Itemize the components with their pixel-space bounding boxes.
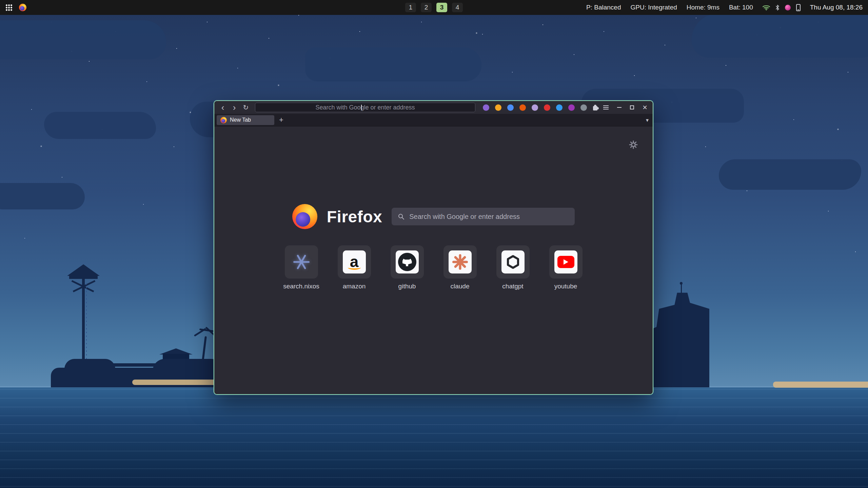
tab-overflow-chevron-icon[interactable]: ▾ (646, 117, 649, 123)
shortcut-claude[interactable]: claude (441, 245, 479, 290)
gpu-status: GPU: Integrated (630, 4, 677, 11)
text-caret (361, 105, 362, 110)
shortcut-github[interactable]: github (389, 245, 426, 290)
status-bar: 1 2 3 4 P: Balanced GPU: Integrated Home… (0, 0, 868, 15)
extension-icon-1[interactable] (483, 104, 489, 111)
browser-toolbar: ‹ › ↻ Search with Google or enter addres… (214, 101, 653, 114)
tab-new-tab[interactable]: New Tab (217, 115, 274, 125)
shortcut-tiles: search.nixos a amazon (214, 245, 653, 290)
extension-icon-4[interactable] (519, 104, 526, 111)
system-tray (763, 4, 801, 11)
firefox-logo (292, 204, 317, 229)
cloud (44, 112, 156, 139)
search-icon (398, 213, 405, 220)
wifi-icon[interactable] (763, 5, 770, 11)
shortcut-card (391, 245, 424, 279)
github-icon (396, 250, 419, 273)
cliff-rock (645, 287, 709, 387)
power-profile-status: P: Balanced (586, 4, 621, 11)
menu-hamburger-icon[interactable] (601, 103, 611, 112)
tab-bar: New Tab + ▾ (214, 114, 653, 126)
amazon-icon: a (343, 250, 366, 273)
cloud (0, 20, 166, 59)
extension-icon-5[interactable] (532, 104, 538, 111)
ocean-waves (0, 389, 868, 488)
island-watchtower: 3K (51, 264, 227, 387)
forward-button[interactable]: › (229, 102, 239, 113)
extension-icon-3[interactable] (507, 104, 514, 111)
shortcut-card: a (338, 245, 371, 279)
cliff (645, 287, 709, 387)
cliff-antenna (681, 284, 682, 293)
workspaces: 1 2 3 4 (405, 3, 463, 12)
desktop: 3K 1 2 3 4 P: Ba (0, 0, 868, 488)
newtab-search-placeholder: Search with Google or enter address (409, 213, 520, 221)
shortcut-label: claude (451, 283, 470, 290)
shortcut-chatgpt[interactable]: chatgpt (494, 245, 532, 290)
app-launcher-icon[interactable] (5, 4, 12, 11)
beach-sand (773, 382, 868, 388)
shortcut-label: amazon (343, 283, 366, 290)
statusbar-right: P: Balanced GPU: Integrated Home: 9ms Ba… (586, 4, 863, 11)
minimize-button[interactable] (615, 103, 624, 112)
shortcut-youtube[interactable]: youtube (547, 245, 585, 290)
firefox-wordmark: Firefox (327, 207, 382, 226)
extension-icon-2[interactable] (495, 104, 501, 111)
cloud (719, 159, 861, 190)
shortcut-label: github (398, 283, 416, 290)
island-rocks (64, 359, 115, 374)
tab-title: New Tab (230, 117, 251, 123)
clock: Thu Aug 08, 18:26 (810, 4, 863, 11)
newtab-hero: Firefox Search with Google or enter addr… (214, 204, 653, 229)
urlbar-placeholder: Search with Google or enter address (315, 104, 415, 111)
extension-toolbar (483, 104, 587, 111)
new-tab-page: Firefox Search with Google or enter addr… (214, 127, 653, 394)
shortcut-label: chatgpt (502, 283, 523, 290)
firefox-window: ‹ › ↻ Search with Google or enter addres… (214, 100, 653, 395)
tab-favicon-firefox (220, 117, 227, 123)
firefox-icon[interactable] (19, 4, 26, 11)
cloud (692, 14, 868, 58)
cloud (305, 47, 481, 81)
extension-icon-7[interactable] (556, 104, 563, 111)
nixos-snowflake-icon (293, 253, 310, 270)
url-bar[interactable]: Search with Google or enter address (255, 103, 475, 112)
shortcut-card (549, 245, 583, 279)
statusbar-left (5, 4, 26, 11)
shortcut-label: youtube (554, 283, 577, 290)
workspace-4[interactable]: 4 (452, 3, 463, 12)
claude-icon (449, 250, 472, 273)
workspace-2[interactable]: 2 (421, 3, 432, 12)
battery-status: Bat: 100 (729, 4, 753, 11)
back-button[interactable]: ‹ (218, 102, 228, 113)
shortcut-amazon[interactable]: a amazon (336, 245, 373, 290)
new-tab-button[interactable]: + (276, 115, 286, 125)
maximize-button[interactable] (628, 103, 636, 112)
shortcut-card (496, 245, 530, 279)
close-button[interactable]: × (640, 103, 649, 112)
extensions-puzzle-icon[interactable] (592, 103, 600, 111)
window-controls: × (615, 103, 649, 112)
workspace-3[interactable]: 3 (436, 3, 447, 12)
extension-icon-6[interactable] (544, 104, 550, 111)
personalize-gear-icon[interactable] (629, 140, 638, 150)
newtab-search-input[interactable]: Search with Google or enter address (392, 208, 575, 225)
cliff-antenna-top (680, 282, 683, 285)
device-icon[interactable] (796, 4, 801, 11)
island-rocks (153, 359, 220, 376)
shortcut-search-nixos[interactable]: search.nixos (283, 245, 320, 290)
shortcut-card (443, 245, 477, 279)
color-indicator-icon[interactable] (785, 5, 791, 11)
shortcut-card (285, 245, 318, 279)
extension-icon-8[interactable] (568, 104, 575, 111)
youtube-icon (554, 250, 577, 273)
cloud (0, 183, 85, 209)
extension-icon-9[interactable] (580, 104, 587, 111)
ping-status: Home: 9ms (687, 4, 719, 11)
shortcut-label: search.nixos (283, 283, 319, 290)
chatgpt-icon (501, 250, 525, 273)
reload-button[interactable]: ↻ (241, 102, 251, 113)
bluetooth-icon[interactable] (775, 4, 780, 11)
workspace-1[interactable]: 1 (405, 3, 416, 12)
